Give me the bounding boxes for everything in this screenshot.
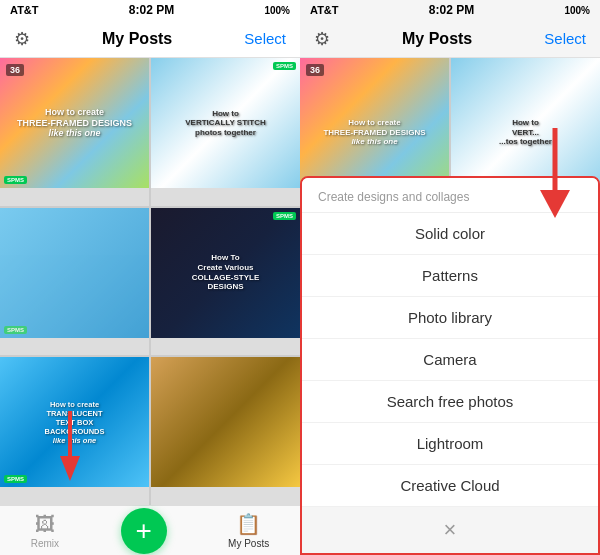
- grid-text-mr: How ToCreate VariousCOLLAGE-STYLEDESIGNS: [188, 249, 264, 295]
- right-select-button[interactable]: Select: [544, 30, 586, 47]
- spms-badge-bl: SPMS: [4, 475, 27, 483]
- remix-icon: 🖼: [35, 513, 55, 536]
- right-status-icons: 100%: [564, 5, 590, 16]
- left-page-title: My Posts: [102, 30, 172, 48]
- fab-plus-icon: +: [135, 515, 151, 547]
- grid-text-bl: How to createTRANSLUCENTTEXT BOXBACKGROU…: [41, 396, 109, 449]
- right-nav-bar: ⚙ My Posts Select: [300, 20, 600, 58]
- right-time: 8:02 PM: [429, 3, 474, 17]
- grid-item-tl[interactable]: 36 How to createTHREE-FRAMED DESIGNSlike…: [0, 58, 149, 206]
- left-panel: AT&T 8:02 PM 100% ⚙ My Posts Select 36 H…: [0, 0, 300, 555]
- tab-my-posts-label: My Posts: [228, 538, 269, 549]
- dropdown-item-creative-cloud[interactable]: Creative Cloud: [302, 465, 598, 507]
- right-grid-text-tl: How to createTHREE-FRAMED DESIGNSlike th…: [319, 114, 429, 151]
- left-time: 8:02 PM: [129, 3, 174, 17]
- left-status-bar: AT&T 8:02 PM 100%: [0, 0, 300, 20]
- grid-text-tr: How toVERTICALLY STITCHphotos together: [181, 105, 269, 142]
- dropdown-item-camera[interactable]: Camera: [302, 339, 598, 381]
- badge-36: 36: [6, 64, 24, 76]
- spms-badge-tr: SPMS: [273, 62, 296, 70]
- left-battery: 100%: [264, 5, 290, 16]
- left-nav-bar: ⚙ My Posts Select: [0, 20, 300, 58]
- grid-item-tr[interactable]: How toVERTICALLY STITCHphotos together S…: [151, 58, 300, 206]
- dropdown-menu: Create designs and collages Solid color …: [300, 176, 600, 555]
- right-carrier: AT&T: [310, 4, 339, 16]
- tab-remix[interactable]: 🖼 Remix: [31, 513, 59, 549]
- left-select-button[interactable]: Select: [244, 30, 286, 47]
- left-tab-bar: 🖼 Remix + 📋 My Posts: [0, 505, 300, 555]
- dropdown-item-lightroom[interactable]: Lightroom: [302, 423, 598, 465]
- grid-item-bl[interactable]: How to createTRANSLUCENTTEXT BOXBACKGROU…: [0, 357, 149, 505]
- dropdown-close-button[interactable]: ×: [302, 507, 598, 553]
- right-gear-icon[interactable]: ⚙: [314, 28, 330, 50]
- grid-text-tl: How to createTHREE-FRAMED DESIGNSlike th…: [13, 103, 136, 143]
- right-battery: 100%: [564, 5, 590, 16]
- dropdown-item-patterns[interactable]: Patterns: [302, 255, 598, 297]
- spms-badge-tl: SPMS: [4, 176, 27, 184]
- grid-item-ml[interactable]: SPMS: [0, 208, 149, 356]
- my-posts-icon: 📋: [236, 512, 261, 536]
- dropdown-item-photo-library[interactable]: Photo library: [302, 297, 598, 339]
- spms-badge-mr: SPMS: [273, 212, 296, 220]
- grid-item-mr[interactable]: How ToCreate VariousCOLLAGE-STYLEDESIGNS…: [151, 208, 300, 356]
- tab-my-posts[interactable]: 📋 My Posts: [228, 512, 269, 549]
- dropdown-item-solid-color[interactable]: Solid color: [302, 213, 598, 255]
- grid-item-br[interactable]: [151, 357, 300, 505]
- tab-remix-label: Remix: [31, 538, 59, 549]
- dropdown-item-search-free-photos[interactable]: Search free photos: [302, 381, 598, 423]
- dropdown-header: Create designs and collages: [302, 178, 598, 213]
- left-grid: 36 How to createTHREE-FRAMED DESIGNSlike…: [0, 58, 300, 505]
- left-carrier: AT&T: [10, 4, 39, 16]
- right-page-title: My Posts: [402, 30, 472, 48]
- right-status-bar: AT&T 8:02 PM 100%: [300, 0, 600, 20]
- fab-add-button[interactable]: +: [121, 508, 167, 554]
- right-badge-36: 36: [306, 64, 324, 76]
- right-panel: AT&T 8:02 PM 100% ⚙ My Posts Select 36 H…: [300, 0, 600, 555]
- gear-icon[interactable]: ⚙: [14, 28, 30, 50]
- spms-badge-ml: SPMS: [4, 326, 27, 334]
- right-grid-text-tr: How toVERT......tos together: [495, 114, 556, 151]
- left-status-icons: 100%: [264, 5, 290, 16]
